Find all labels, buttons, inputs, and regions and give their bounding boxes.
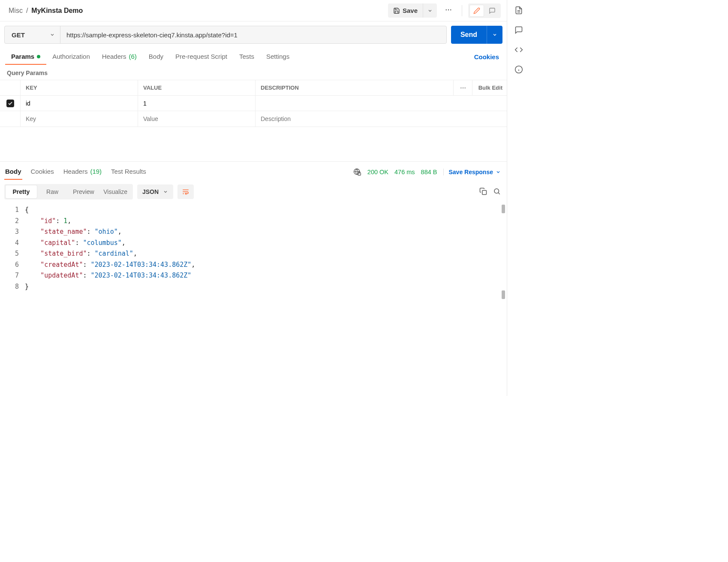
param-key-input-new[interactable]: [26, 115, 132, 122]
more-horizontal-icon: [445, 6, 452, 14]
comments-button[interactable]: [514, 26, 523, 34]
param-desc-input[interactable]: [261, 100, 502, 107]
tab-tests[interactable]: Tests: [233, 48, 260, 65]
view-raw-button[interactable]: Raw: [37, 185, 68, 198]
breadcrumb: Misc / MyKinsta Demo: [9, 7, 83, 15]
edit-button[interactable]: [469, 5, 484, 17]
view-preview-button[interactable]: Preview: [68, 185, 99, 198]
breadcrumb-parent[interactable]: Misc: [9, 7, 23, 15]
comment-icon: [489, 7, 496, 14]
wrap-icon: [182, 188, 190, 196]
chevron-down-icon: [496, 169, 501, 175]
request-url-row: GET Send: [0, 21, 507, 48]
tab-prerequest[interactable]: Pre-request Script: [169, 48, 233, 65]
code-button[interactable]: [514, 45, 523, 54]
col-desc: DESCRIPTION: [256, 80, 454, 95]
scrollbar-thumb[interactable]: [502, 205, 505, 213]
params-more-button[interactable]: [454, 80, 472, 95]
view-pretty-button[interactable]: Pretty: [6, 185, 37, 198]
param-value-input-new[interactable]: [143, 115, 250, 122]
save-response-label: Save Response: [449, 169, 493, 175]
param-value-input[interactable]: [143, 100, 250, 107]
svg-point-2: [450, 9, 451, 10]
svg-point-3: [460, 87, 461, 88]
network-icon[interactable]: [353, 168, 361, 176]
col-value: VALUE: [138, 80, 256, 95]
response-status: 200 OK: [367, 169, 388, 175]
tab-headers[interactable]: Headers (6): [96, 48, 143, 65]
tab-label: Headers: [102, 53, 126, 60]
bulk-edit-button[interactable]: Bulk Edit: [472, 80, 507, 95]
resp-tab-headers[interactable]: Headers (19): [63, 164, 102, 180]
svg-point-4: [462, 87, 463, 88]
response-size: 884 B: [421, 169, 437, 175]
send-dropdown-button[interactable]: [487, 26, 502, 44]
response-bar: Body Cookies Headers (19) Test Results 2…: [0, 161, 507, 180]
param-row: [0, 96, 507, 111]
svg-rect-10: [482, 190, 487, 194]
search-icon: [493, 187, 501, 195]
code-content[interactable]: { "id": 1, "state_name": "ohio", "capita…: [25, 205, 507, 292]
resp-tab-body[interactable]: Body: [4, 164, 22, 180]
cookies-link[interactable]: Cookies: [474, 53, 502, 60]
chevron-down-icon: [492, 32, 497, 37]
tab-label: Params: [11, 53, 34, 60]
more-actions-button[interactable]: [441, 3, 456, 18]
params-table: KEY VALUE DESCRIPTION Bulk Edit: [0, 80, 507, 127]
request-tabs: Params Authorization Headers (6) Body Pr…: [0, 48, 507, 65]
resp-tab-testresults[interactable]: Test Results: [110, 164, 147, 180]
param-key-input[interactable]: [26, 100, 132, 107]
param-row-new: [0, 111, 507, 127]
format-bar: Pretty Raw Preview Visualize JSON: [0, 180, 507, 203]
tab-body[interactable]: Body: [143, 48, 169, 65]
modified-dot-icon: [37, 55, 40, 58]
documentation-button[interactable]: [514, 6, 523, 15]
save-response-button[interactable]: Save Response: [443, 169, 501, 175]
resp-headers-count: (19): [90, 168, 102, 175]
save-label: Save: [403, 7, 418, 14]
resp-tab-cookies[interactable]: Cookies: [30, 164, 55, 180]
headers-count: (6): [129, 53, 136, 60]
save-dropdown-button[interactable]: [423, 3, 437, 18]
svg-point-11: [494, 189, 499, 193]
method-select[interactable]: GET: [5, 26, 60, 43]
tab-authorization[interactable]: Authorization: [46, 48, 96, 65]
save-button[interactable]: Save: [388, 3, 423, 18]
col-key: KEY: [21, 80, 138, 95]
body-type-select[interactable]: JSON: [137, 184, 173, 199]
header-bar: Misc / MyKinsta Demo Save: [0, 0, 507, 21]
body-type-label: JSON: [142, 188, 159, 195]
svg-point-1: [448, 9, 449, 10]
search-button[interactable]: [493, 187, 501, 196]
svg-point-0: [446, 9, 447, 10]
save-icon: [393, 7, 400, 14]
tab-params[interactable]: Params: [5, 48, 46, 65]
tab-settings[interactable]: Settings: [260, 48, 295, 65]
pencil-icon: [473, 7, 480, 14]
code-icon: [514, 45, 523, 54]
breadcrumb-current[interactable]: MyKinsta Demo: [31, 7, 83, 15]
divider: [462, 5, 462, 16]
breadcrumb-separator: /: [26, 7, 28, 15]
send-button[interactable]: Send: [451, 26, 487, 44]
copy-button[interactable]: [479, 187, 487, 196]
wrap-lines-button[interactable]: [177, 184, 194, 199]
copy-icon: [479, 187, 487, 195]
check-icon: [8, 101, 13, 106]
view-visualize-button[interactable]: Visualize: [99, 185, 132, 198]
param-desc-input-new[interactable]: [261, 115, 502, 122]
chevron-down-icon: [427, 8, 433, 13]
header-actions: Save: [388, 3, 501, 18]
url-input[interactable]: [60, 26, 446, 43]
right-rail: [507, 0, 530, 396]
comment-icon: [514, 26, 523, 34]
scrollbar-thumb[interactable]: [502, 290, 505, 299]
more-horizontal-icon: [460, 85, 466, 91]
comment-button[interactable]: [485, 5, 499, 17]
response-body[interactable]: 12345678 { "id": 1, "state_name": "ohio"…: [0, 203, 507, 301]
svg-point-5: [464, 87, 465, 88]
line-gutter: 12345678: [0, 205, 25, 292]
param-enabled-checkbox[interactable]: [6, 100, 14, 107]
tab-label: Headers: [63, 168, 88, 175]
info-button[interactable]: [514, 65, 523, 74]
